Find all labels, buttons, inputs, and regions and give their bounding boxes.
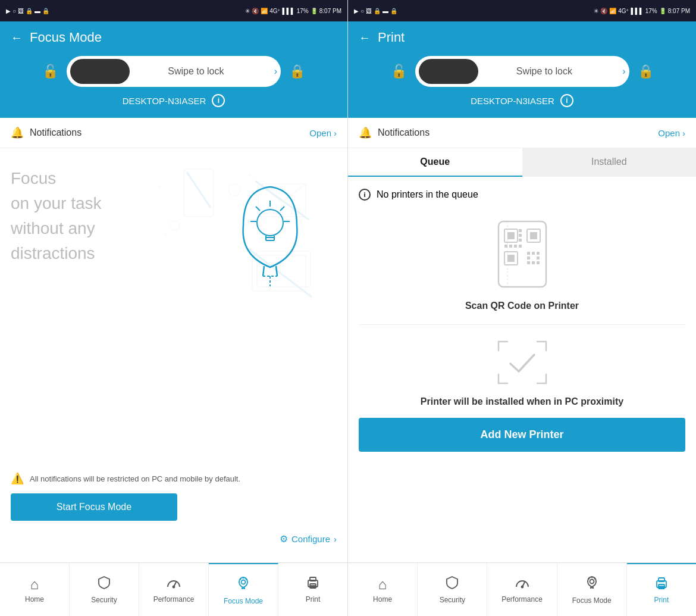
section-divider (359, 324, 685, 325)
nav-performance-label: Performance (153, 595, 195, 604)
svg-line-23 (256, 207, 260, 211)
left-notifications-bar: 🔔 Notifications Open › (0, 118, 347, 148)
r-circle-icon: ○ (360, 8, 364, 14)
svg-rect-52 (532, 252, 535, 255)
status-right-info: ✳ 🔇 📶 4G⁺ ▌▌▌ 17% 🔋 8:07 PM (245, 8, 341, 14)
bt-icon: ✳ (245, 8, 250, 14)
left-status-bar: ▶ ○ 🖼 🔒 ▬ 🔒 ✳ 🔇 📶 4G⁺ ▌▌▌ 17% 🔋 8:07 PM (0, 0, 347, 21)
configure-link[interactable]: ⚙ Configure › (280, 533, 337, 545)
right-back-button[interactable]: ← (359, 31, 371, 45)
left-open-notifications-button[interactable]: Open › (309, 128, 337, 138)
nav-print-label: Print (306, 595, 321, 604)
right-lock-open-icon: 🔓 (391, 64, 407, 79)
warning-text: All notifications will be restricted on … (30, 474, 240, 483)
shield-icon (98, 576, 111, 593)
left-header-title-row: ← Focus Mode (11, 30, 337, 45)
svg-line-36 (240, 579, 241, 579)
left-swipe-label: Swipe to lock (130, 66, 274, 77)
left-focus-content: + + + + (0, 148, 347, 562)
right-status-bar: ▶ ○ 🖼 🔒 ▬ 🔒 ✳ 🔇 📶 4G⁺ ▌▌▌ 17% 🔋 8:07 PM (348, 0, 696, 21)
r-4g-icon: 4G⁺ (618, 8, 629, 14)
start-focus-mode-button[interactable]: Start Focus Mode (11, 493, 177, 521)
right-nav-security[interactable]: Security (418, 563, 487, 616)
left-panel: ▶ ○ 🖼 🔒 ▬ 🔒 ✳ 🔇 📶 4G⁺ ▌▌▌ 17% 🔋 8:07 PM … (0, 0, 348, 616)
left-nav-home[interactable]: ⌂ Home (0, 563, 70, 616)
minus-icon: ▬ (35, 8, 40, 14)
r-battery-pct: 17% (645, 8, 657, 14)
svg-line-75 (589, 578, 590, 579)
no-printers-row: i No printers in the queue (359, 189, 478, 201)
right-header-title-row: ← Print (359, 30, 685, 45)
right-swipe-thumb[interactable] (419, 59, 478, 84)
proximity-text: Printer will be installed when in PC pro… (421, 396, 623, 407)
right-nav-print[interactable]: Print (627, 563, 696, 616)
right-nav-focus-mode[interactable]: Focus Mode (557, 563, 627, 616)
left-swipe-pill[interactable]: Swipe to lock › (67, 56, 281, 87)
left-lock-closed-icon: 🔒 (289, 64, 305, 79)
right-notifications-bar: 🔔 Notifications Open › (348, 118, 696, 148)
nav-security-label: Security (91, 596, 117, 604)
right-status-left: ▶ ○ 🖼 🔒 ▬ 🔒 (354, 8, 397, 14)
left-nav-focus-mode[interactable]: Focus Mode (209, 563, 278, 616)
left-nav-print[interactable]: Print (278, 563, 347, 616)
r-mute-icon: 🔇 (600, 8, 607, 14)
right-bell-icon: 🔔 (359, 126, 372, 139)
left-info-button[interactable]: i (212, 94, 225, 107)
svg-rect-60 (509, 245, 512, 248)
right-open-notifications-button[interactable]: Open › (658, 128, 685, 138)
svg-rect-55 (537, 257, 540, 259)
time: 8:07 PM (319, 8, 341, 14)
signal-icon: ▌▌▌ (282, 8, 294, 14)
svg-rect-57 (532, 261, 535, 264)
svg-point-71 (590, 579, 594, 583)
configure-label: Configure (291, 534, 330, 544)
left-nav-performance[interactable]: Performance (139, 563, 209, 616)
no-printers-info-icon: i (359, 189, 371, 201)
right-swipe-row: 🔓 Swipe to lock › 🔒 (359, 56, 685, 87)
focus-text: Focus on your task without any distracti… (11, 166, 102, 266)
focus-mode-icon (237, 576, 250, 595)
add-new-printer-button[interactable]: Add New Printer (359, 418, 685, 452)
r-nav-print-label: Print (654, 596, 669, 604)
right-notifications-label: Notifications (378, 127, 658, 138)
left-back-button[interactable]: ← (11, 31, 23, 45)
svg-point-9 (170, 221, 180, 230)
no-printers-text: No printers in the queue (377, 189, 478, 200)
r-minus-icon: ▬ (383, 8, 388, 14)
right-nav-performance[interactable]: Performance (487, 563, 557, 616)
svg-rect-62 (519, 245, 522, 248)
r-nav-home-label: Home (373, 595, 392, 604)
right-nav-home[interactable]: ⌂ Home (348, 563, 418, 616)
left-swipe-thumb[interactable] (70, 59, 130, 84)
focus-description: Focus on your task without any distracti… (11, 166, 102, 266)
svg-line-21 (280, 207, 284, 211)
right-open-chevron-icon: › (682, 128, 685, 138)
svg-rect-63 (519, 229, 522, 232)
right-swipe-pill[interactable]: Swipe to lock › (415, 56, 629, 87)
svg-point-67 (521, 586, 523, 587)
left-nav-security[interactable]: Security (70, 563, 139, 616)
battery-pct: 17% (297, 8, 309, 14)
left-blue-header: ← Focus Mode 🔓 Swipe to lock › 🔒 DESKTOP… (0, 21, 347, 118)
tab-queue[interactable]: Queue (348, 148, 522, 177)
left-device-name: DESKTOP-N3IASER (123, 96, 206, 106)
right-info-button[interactable]: i (560, 94, 573, 107)
r-signal-icon: ▌▌▌ (631, 8, 643, 14)
svg-text:+: + (157, 182, 162, 192)
r-image-icon: 🖼 (366, 8, 372, 14)
svg-line-14 (276, 266, 277, 276)
configure-chevron-icon: › (334, 534, 337, 544)
right-blue-header: ← Print 🔓 Swipe to lock › 🔒 DESKTOP-N3IA… (348, 21, 696, 118)
r-nav-performance-label: Performance (501, 595, 543, 604)
right-print-content: i No printers in the queue (348, 177, 696, 562)
focus-head-illustration (222, 172, 318, 293)
svg-line-13 (263, 266, 264, 276)
svg-rect-59 (504, 245, 507, 248)
left-bell-icon: 🔔 (11, 126, 24, 139)
right-tabs-row: Queue Installed (348, 148, 696, 177)
printer-proximity-illustration (493, 336, 552, 389)
tab-installed[interactable]: Installed (522, 148, 697, 177)
svg-rect-54 (527, 257, 530, 259)
right-bottom-nav: ⌂ Home Security Performance (348, 562, 696, 616)
left-swipe-row: 🔓 Swipe to lock › 🔒 (11, 56, 337, 87)
